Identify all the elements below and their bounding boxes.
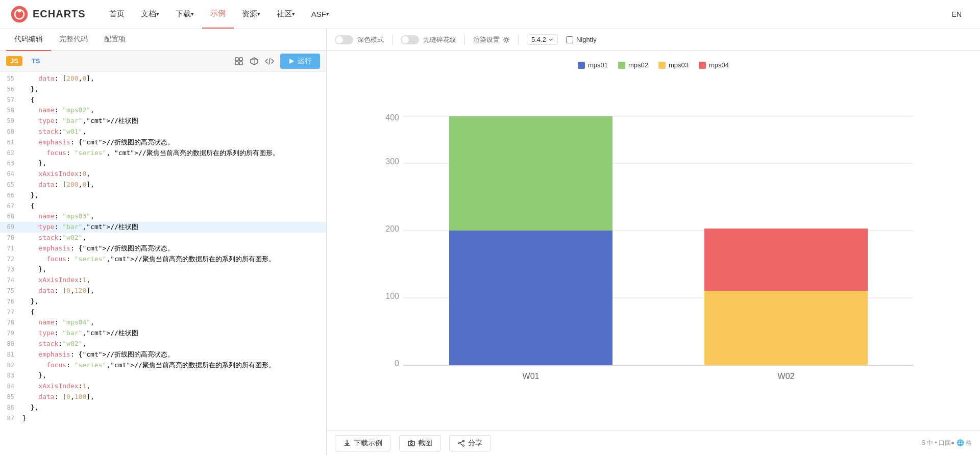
render-settings-label: 渲染设置 bbox=[473, 35, 500, 44]
code-area[interactable]: 55 data: [200,0],56 },57 {58 name: "mps0… bbox=[0, 71, 326, 455]
line-code: type: "bar","cmt">//柱状图 bbox=[22, 116, 326, 127]
download-example-btn[interactable]: 下载示例 bbox=[335, 435, 391, 451]
code-line-70: 70 stack:"w02", bbox=[0, 233, 326, 243]
line-number: 67 bbox=[0, 201, 22, 211]
navbar: ECHARTS 首页 文档 下载 示例 资源 社区 ASF EN bbox=[0, 0, 980, 29]
code-line-69: 69 type: "bar","cmt">//柱状图 bbox=[0, 222, 326, 233]
render-settings-btn[interactable]: 渲染设置 bbox=[473, 35, 510, 44]
line-code: } bbox=[22, 413, 326, 424]
code-line-56: 56 }, bbox=[0, 84, 326, 95]
line-code: xAxisIndex:0, bbox=[22, 169, 326, 180]
code-line-61: 61 emphasis: {"cmt">//折线图的高亮状态。 bbox=[0, 137, 326, 148]
svg-rect-5 bbox=[239, 58, 242, 61]
legend-item-mps02: mps02 bbox=[618, 61, 648, 69]
download-label: 下载示例 bbox=[354, 439, 382, 448]
svg-text:100: 100 bbox=[385, 292, 399, 300]
line-code: name: "mps03", bbox=[22, 211, 326, 222]
code-line-71: 71 emphasis: {"cmt">//折线图的高亮状态。 bbox=[0, 243, 326, 254]
seamless-label: 无缝碎花纹 bbox=[423, 35, 456, 44]
stacked-bar-chart: 0 100 200 300 400 bbox=[373, 106, 934, 392]
line-number: 57 bbox=[0, 95, 22, 105]
download-icon bbox=[344, 440, 351, 447]
line-code: emphasis: {"cmt">//折线图的高亮状态。 bbox=[22, 349, 326, 360]
line-code: { bbox=[22, 95, 326, 106]
svg-rect-23 bbox=[408, 441, 414, 446]
preview-panel: 深色模式 无缝碎花纹 渲染设置 5.4.2 Nightly bbox=[327, 29, 980, 455]
code-line-76: 76 }, bbox=[0, 296, 326, 307]
tab-full-code[interactable]: 完整代码 bbox=[51, 29, 96, 51]
line-number: 65 bbox=[0, 180, 22, 190]
code-line-85: 85 data: [0,100], bbox=[0, 392, 326, 402]
cube-icon[interactable] bbox=[250, 57, 259, 66]
nav-download[interactable]: 下载 bbox=[167, 0, 202, 29]
legend-dot-mps03 bbox=[658, 62, 666, 69]
logo-icon bbox=[10, 5, 29, 23]
preview-bottom-bar: 下载示例 截图 分享 S 中 • 口回● 🌐 格 bbox=[327, 431, 980, 455]
dark-mode-toggle[interactable] bbox=[335, 35, 353, 44]
line-code: data: [200,0], bbox=[22, 180, 326, 190]
code-line-74: 74 xAxisIndex:1, bbox=[0, 275, 326, 286]
line-number: 59 bbox=[0, 116, 22, 126]
nav-examples[interactable]: 示例 bbox=[202, 0, 234, 29]
logo-text: ECHARTS bbox=[33, 8, 86, 20]
nav-asf[interactable]: ASF bbox=[303, 0, 337, 29]
screenshot-btn[interactable]: 截图 bbox=[399, 435, 441, 451]
line-code: data: [0,120], bbox=[22, 286, 326, 296]
preview-top-bar: 深色模式 无缝碎花纹 渲染设置 5.4.2 Nightly bbox=[327, 29, 980, 51]
tab-config[interactable]: 配置项 bbox=[96, 29, 134, 51]
main-container: 代码编辑 完整代码 配置项 JS TS bbox=[0, 29, 980, 455]
line-number: 71 bbox=[0, 244, 22, 254]
line-number: 77 bbox=[0, 308, 22, 317]
nav-docs[interactable]: 文档 bbox=[133, 0, 167, 29]
line-code: }, bbox=[22, 158, 326, 169]
chart-area: mps01 mps02 mps03 mps04 bbox=[327, 51, 980, 431]
nav-community[interactable]: 社区 bbox=[268, 0, 303, 29]
bar-w01-mps02 bbox=[449, 116, 612, 231]
tab-ts[interactable]: TS bbox=[24, 51, 47, 71]
dark-mode-label: 深色模式 bbox=[357, 35, 384, 44]
line-code: }, bbox=[22, 370, 326, 381]
logo[interactable]: ECHARTS bbox=[10, 5, 86, 23]
line-number: 80 bbox=[0, 339, 22, 349]
chevron-down-icon bbox=[548, 37, 553, 42]
line-number: 61 bbox=[0, 138, 22, 147]
nav-home[interactable]: 首页 bbox=[101, 0, 133, 29]
share-btn[interactable]: 分享 bbox=[449, 435, 491, 451]
svg-rect-6 bbox=[235, 62, 238, 65]
nightly-checkbox[interactable] bbox=[566, 36, 573, 43]
bottom-right-watermark: S 中 • 口回● 🌐 格 bbox=[921, 439, 972, 447]
navbar-lang[interactable]: EN bbox=[944, 10, 970, 18]
code-line-66: 66 }, bbox=[0, 190, 326, 201]
code-line-57: 57 { bbox=[0, 95, 326, 106]
svg-rect-7 bbox=[239, 62, 242, 65]
bar-w02-mps04 bbox=[704, 229, 868, 291]
line-code: emphasis: {"cmt">//折线图的高亮状态。 bbox=[22, 243, 326, 254]
nav-resources[interactable]: 资源 bbox=[234, 0, 268, 29]
line-code: { bbox=[22, 307, 326, 318]
run-icon bbox=[288, 58, 295, 64]
line-number: 68 bbox=[0, 212, 22, 221]
code-icon[interactable] bbox=[265, 57, 274, 66]
run-button[interactable]: 运行 bbox=[280, 54, 320, 69]
tab-js[interactable]: JS bbox=[6, 56, 22, 66]
svg-text:200: 200 bbox=[385, 224, 399, 233]
line-number: 83 bbox=[0, 371, 22, 381]
line-code: }, bbox=[22, 296, 326, 307]
code-line-77: 77 { bbox=[0, 307, 326, 318]
svg-point-24 bbox=[410, 442, 412, 444]
line-number: 82 bbox=[0, 361, 22, 370]
component-icon[interactable] bbox=[234, 57, 243, 66]
svg-text:W01: W01 bbox=[523, 372, 540, 381]
line-code: focus: "series","cmt">//聚焦当前高亮的数据所在的系列的所… bbox=[22, 360, 326, 371]
svg-marker-8 bbox=[289, 59, 294, 64]
line-number: 75 bbox=[0, 286, 22, 296]
line-code: }, bbox=[22, 402, 326, 413]
line-number: 70 bbox=[0, 233, 22, 243]
code-line-82: 82 focus: "series","cmt">//聚焦当前高亮的数据所在的系… bbox=[0, 360, 326, 371]
legend-label-mps02: mps02 bbox=[628, 61, 648, 69]
seamless-toggle[interactable] bbox=[401, 35, 419, 44]
legend-dot-mps02 bbox=[618, 62, 625, 69]
line-number: 66 bbox=[0, 191, 22, 200]
tab-code-editor[interactable]: 代码编辑 bbox=[6, 29, 51, 51]
version-select[interactable]: 5.4.2 bbox=[527, 34, 558, 45]
